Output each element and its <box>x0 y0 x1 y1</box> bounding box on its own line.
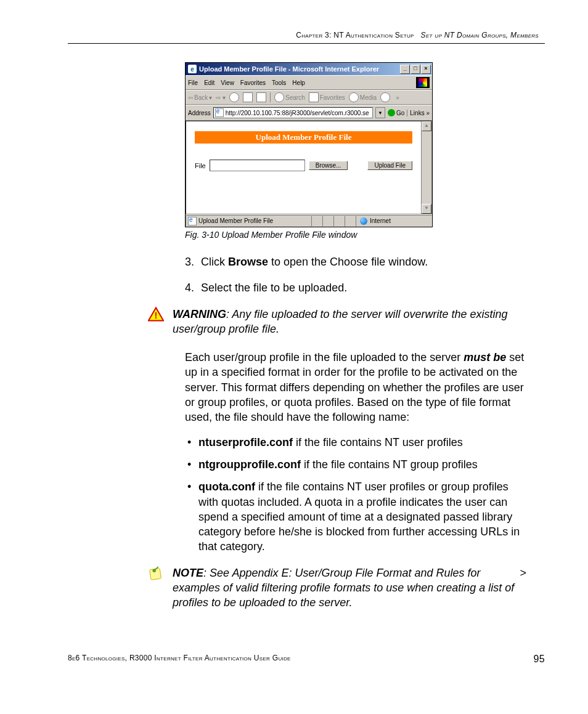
toolbar: ⇦ Back ▾ ⇨ ▾ Search Favorites Media » <box>186 90 432 105</box>
address-input[interactable]: http://200.10.100.75:88/jR3000/servlet/c… <box>213 107 373 118</box>
menu-edit[interactable]: Edit <box>204 79 214 86</box>
figure-caption: Fig. 3-10 Upload Member Profile File win… <box>185 230 545 240</box>
note-icon <box>148 566 164 582</box>
menu-favorites[interactable]: Favorites <box>240 79 266 86</box>
list-item: ntgroupprofile.conf if the file contains… <box>185 457 526 472</box>
status-cell <box>333 215 345 227</box>
page-number: 95 <box>534 654 545 665</box>
file-label: File <box>195 162 206 169</box>
internet-zone-icon <box>360 217 367 225</box>
page-title-band: Upload Member Profile File <box>195 131 412 144</box>
page-icon <box>215 108 224 117</box>
ie-throbber-icon <box>416 77 430 88</box>
warning-callout: ! WARNING: Any file uploaded to the serv… <box>148 307 526 337</box>
page-footer: 8e6 Technologies, R3000 Internet Filter … <box>68 654 545 665</box>
file-input[interactable] <box>210 160 305 171</box>
ie-icon: e <box>188 65 197 73</box>
list-item: ntuserprofile.conf if the file contains … <box>185 435 526 450</box>
statusbar: Upload Member Profile File Internet <box>186 214 432 227</box>
running-header: Chapter 3: NT Authentication Setup Set u… <box>68 31 545 39</box>
favorites-button[interactable]: Favorites <box>309 92 345 102</box>
forward-button[interactable]: ⇨ ▾ <box>216 94 226 101</box>
file-row: File Browse... Upload File <box>195 160 412 171</box>
menu-view[interactable]: View <box>221 79 234 86</box>
step-number: 4. <box>185 280 201 295</box>
window-title: Upload Member Profile File - Microsoft I… <box>199 65 399 73</box>
maximize-button[interactable]: □ <box>410 65 420 74</box>
minimize-button[interactable]: _ <box>400 65 410 74</box>
address-value: http://200.10.100.75:88/jR3000/servlet/c… <box>226 110 369 116</box>
scroll-down-icon[interactable]: ▼ <box>422 204 431 214</box>
refresh-icon[interactable] <box>243 92 253 102</box>
step-number: 3. <box>185 254 201 269</box>
status-text: Upload Member Profile File <box>198 217 273 224</box>
status-cell <box>311 215 322 227</box>
step-text: Click Browse to open the Choose file win… <box>201 254 428 269</box>
scroll-up-icon[interactable]: ▲ <box>422 121 431 131</box>
footer-text: 8e6 Technologies, R3000 Internet Filter … <box>68 654 534 665</box>
back-button[interactable]: ⇦ Back ▾ <box>188 94 212 101</box>
note-text: : See Appendix E: User/Group File Format… <box>173 567 514 609</box>
menubar: File Edit View Favorites Tools Help <box>186 75 432 90</box>
address-label: Address <box>188 110 211 116</box>
status-cell <box>322 215 333 227</box>
warning-icon: ! <box>148 307 164 322</box>
ie-window: e Upload Member Profile File - Microsoft… <box>185 62 433 227</box>
stop-icon[interactable] <box>229 92 239 102</box>
close-button[interactable]: × <box>421 65 431 74</box>
filename-list: ntuserprofile.conf if the file contains … <box>185 435 526 554</box>
links-label[interactable]: Links » <box>407 110 430 116</box>
list-item: quota.conf if the file contains NT user … <box>185 479 526 554</box>
menu-file[interactable]: File <box>188 79 198 86</box>
warning-lead: WARNING <box>173 308 226 320</box>
browse-button[interactable]: Browse... <box>309 161 348 170</box>
status-cell <box>345 215 356 227</box>
upload-file-button[interactable]: Upload File <box>367 161 412 170</box>
step-3: 3. Click Browse to open the Choose file … <box>185 254 526 269</box>
step-text: Select the file to be uploaded. <box>201 280 347 295</box>
address-bar: Address http://200.10.100.75:88/jR3000/s… <box>186 105 432 121</box>
toolbar-overflow-icon[interactable]: » <box>394 94 401 101</box>
home-icon[interactable] <box>256 92 266 102</box>
address-dropdown-icon[interactable]: ▼ <box>375 107 385 118</box>
status-page-icon <box>188 217 197 225</box>
svg-text:!: ! <box>155 310 158 320</box>
content-area: Upload Member Profile File File Browse..… <box>186 121 432 214</box>
menu-tools[interactable]: Tools <box>272 79 286 86</box>
header-chapter: Chapter 3: NT Authentication Setup <box>296 31 414 39</box>
titlebar: e Upload Member Profile File - Microsoft… <box>186 63 432 75</box>
step-4: 4. Select the file to be uploaded. <box>185 280 526 295</box>
media-button[interactable]: Media <box>349 92 377 102</box>
scrollbar[interactable]: ▲ ▼ <box>421 121 431 214</box>
history-icon[interactable] <box>380 92 390 102</box>
header-section: Set up NT Domain Groups, Members <box>421 31 539 39</box>
header-rule <box>68 43 545 44</box>
paragraph: Each user/group profile in the file uplo… <box>185 350 526 424</box>
search-button[interactable]: Search <box>274 92 305 102</box>
note-callout: NOTE: See Appendix E: User/Group File Fo… <box>148 566 526 611</box>
note-lead: NOTE <box>173 567 203 579</box>
go-button[interactable]: Go <box>388 109 404 116</box>
status-zone: Internet <box>370 217 391 224</box>
menu-help[interactable]: Help <box>292 79 305 86</box>
